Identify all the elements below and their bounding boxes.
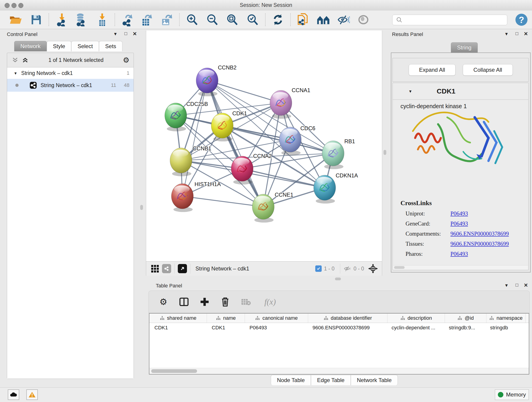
node-label-RB1: RB1 [344,138,355,144]
node-label-CCNB2: CCNB2 [218,64,236,70]
crosslink-link[interactable]: P06493 [450,211,468,217]
crosslink-row: Compartments:9606.ENSP00000378699 [400,230,509,237]
zoom-out-button[interactable] [205,13,220,27]
network-node-CCNB1[interactable] [170,148,192,176]
save-session-button[interactable] [29,13,44,27]
help-button[interactable]: ? [514,13,529,27]
hidden-eye-slash-icon [343,265,351,272]
grid-view-icon[interactable] [151,265,159,273]
tab-network[interactable]: Network [14,41,47,51]
network-collection-row[interactable]: ▾ String Network – cdk1 1 [7,67,133,79]
tab-style[interactable]: Style [47,41,71,51]
main-toolbar: ? [0,11,532,29]
collapse-entry-icon[interactable]: ▾ [409,89,412,94]
memory-button[interactable]: Memory [495,389,529,400]
crosslink-link[interactable]: P06493 [450,251,468,257]
refresh-icon [272,13,284,26]
warning-icon [28,391,36,398]
float-panel-icon[interactable]: ▾ [114,31,117,37]
crosslink-link[interactable]: 9606.ENSP00000378699 [450,230,509,237]
network-share-toggle-icon[interactable] [162,264,171,273]
network-canvas[interactable]: CCNB2CCNA1CDC25BCDK1CDC6RB1CCNB1CCNA2CDK… [146,31,382,261]
tree-expander-icon[interactable]: ▾ [14,70,17,76]
crosslinks-heading: CrossLinks [400,199,509,207]
import-network-file-button[interactable] [55,13,69,27]
node-label-HIST1H1A: HIST1H1A [195,181,221,187]
gear-icon[interactable]: ⚙ [157,296,169,308]
undock-panel-icon[interactable]: □ [515,31,518,36]
tab-select[interactable]: Select [71,41,99,51]
node-result-header[interactable]: ▾ CDK1 [393,83,528,100]
tab-node-table[interactable]: Node Table [271,375,311,385]
network-edges[interactable] [176,80,333,207]
zoom-selected-button[interactable] [245,13,260,27]
column-header-canonicalname[interactable]: canonical name [245,313,308,323]
network-node-RB1[interactable] [322,141,344,169]
table-cell[interactable]: CDK1 [207,325,244,331]
export-table-button[interactable] [139,13,153,27]
tab-edge-table[interactable]: Edge Table [311,375,351,385]
expand-collapse-box: Expand All Collapse All [393,58,529,82]
crosslink-link[interactable]: 9606.ENSP00000378699 [450,241,509,247]
crosshair-icon[interactable] [368,263,378,274]
crosslink-row: Pharos:P06493 [400,251,509,257]
table-cell[interactable]: P06493 [244,325,307,331]
search-input[interactable] [404,17,507,23]
column-header-name[interactable]: name [207,313,245,323]
scrollbar-thumb[interactable] [394,266,405,269]
toolbar-separator [190,264,190,274]
results-panel-title: Results Panel [392,32,423,37]
network-node-CDKN1A[interactable] [314,175,336,204]
add-column-icon[interactable] [199,296,210,308]
table-cell[interactable]: CDK1 [149,325,207,331]
results-horizontal-scrollbar[interactable] [393,265,528,269]
undock-panel-icon[interactable]: □ [124,31,127,36]
close-panel-icon[interactable]: ✕ [524,31,528,37]
network-node-CDC6[interactable] [279,127,301,155]
tab-sets[interactable]: Sets [99,41,122,51]
column-header-databaseidentifier[interactable]: database identifier [308,313,387,323]
expand-all-chevron-icon[interactable] [21,57,29,64]
copy-network-document-icon [297,13,309,27]
delete-column-icon[interactable] [219,296,231,308]
network-node-CCNA1[interactable] [270,90,292,119]
selected-checkbox-icon[interactable] [315,265,322,272]
tab-string[interactable]: String [451,42,478,53]
export-network-button[interactable] [120,13,135,27]
bottom-splitter-handle[interactable] [335,278,341,280]
float-panel-icon[interactable]: ▾ [505,31,508,37]
import-network-database-button[interactable] [74,13,89,27]
collapse-all-button[interactable]: Collapse All [463,64,513,76]
clone-network-button[interactable] [296,13,310,27]
collapse-all-chevron-icon[interactable] [11,57,19,64]
network-graph[interactable]: CCNB2CCNA1CDC25BCDK1CDC6RB1CCNB1CCNA2CDK… [146,31,382,261]
column-header-sharedname[interactable]: shared name [149,313,207,323]
birds-eye-view-icon[interactable] [178,264,187,273]
network-row[interactable]: String Network – cdk1 11 48 [7,79,133,92]
left-splitter-handle[interactable] [140,205,143,210]
network-node-HIST1H1A[interactable] [171,184,193,212]
close-panel-icon[interactable]: ✕ [133,31,137,37]
network-edge [182,196,263,207]
expand-all-button[interactable]: Expand All [409,64,456,76]
right-splitter-handle[interactable] [384,150,386,155]
eye-slash-icon [337,14,350,26]
table-cell[interactable]: 9606.ENSP00000378699 [307,325,386,331]
hide-selected-button[interactable] [336,13,351,27]
network-node-CCNE1[interactable] [252,194,274,223]
export-image-button[interactable] [158,13,173,27]
open-session-button[interactable] [8,13,23,27]
scrollbar-thumb[interactable] [151,369,197,373]
warnings-button[interactable] [26,389,38,400]
network-node-CDC25B[interactable] [165,103,187,131]
cloud-button[interactable] [8,389,19,400]
first-neighbors-button[interactable] [316,13,331,27]
apply-layout-button[interactable] [271,13,285,27]
import-table-button[interactable] [95,13,109,27]
zoom-in-button[interactable] [185,13,199,27]
crosslink-link[interactable]: P06493 [450,220,468,227]
network-node-CCNB2[interactable] [196,68,218,96]
columns-icon[interactable] [178,296,190,308]
gear-icon[interactable]: ⚙ [123,56,129,64]
zoom-fit-button[interactable] [225,13,239,27]
